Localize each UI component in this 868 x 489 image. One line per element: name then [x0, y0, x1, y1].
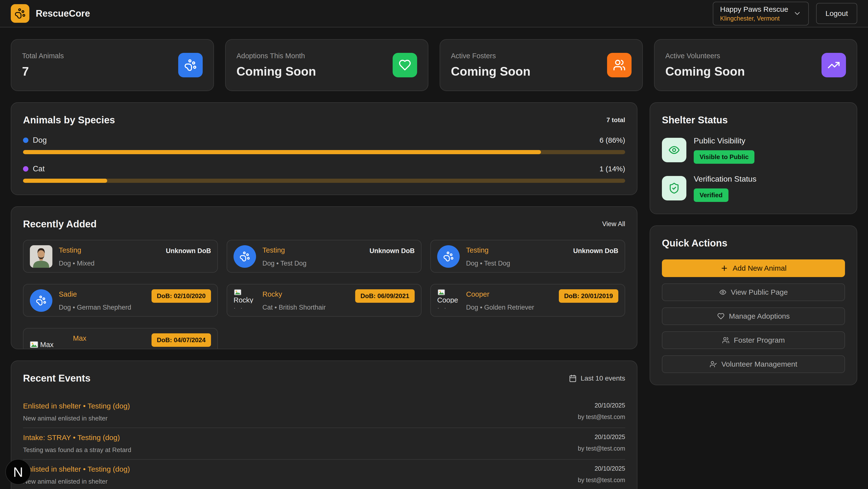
- logout-button[interactable]: Logout: [816, 3, 857, 24]
- organization-selector[interactable]: Happy Paws Rescue Klingchester, Vermont: [713, 2, 809, 26]
- species-label: Dog: [33, 136, 47, 145]
- species-row-dog: Dog 6 (86%): [23, 136, 625, 154]
- verified-badge: Verified: [694, 188, 728, 202]
- status-label: Verification Status: [694, 175, 756, 184]
- manage-adoptions-button[interactable]: Manage Adoptions: [662, 307, 845, 325]
- animals-by-species-card: Animals by Species 7 total Dog 6 (86%): [11, 102, 638, 195]
- recently-added-title: Recently Added: [23, 219, 97, 230]
- heart-icon: [717, 312, 724, 320]
- quick-actions-card: Quick Actions Add New Animal View Public…: [650, 225, 857, 385]
- cat-progress-bar: [23, 179, 625, 183]
- animal-name: Max: [73, 334, 142, 342]
- event-author: by test@test.com: [578, 414, 625, 421]
- animals-grid: Testing Dog • Mixed Unknown DoB Testing …: [23, 240, 625, 349]
- stat-value: Coming Soon: [237, 64, 316, 79]
- animal-name: Sadie: [59, 290, 142, 298]
- button-label: Add New Animal: [733, 264, 786, 272]
- event-description: New animal enlisted in shelter: [23, 478, 130, 485]
- species-label: Cat: [33, 164, 44, 173]
- species-title: Animals by Species: [23, 115, 115, 126]
- button-label: Volunteer Management: [721, 360, 797, 368]
- volunteer-management-button[interactable]: Volunteer Management: [662, 355, 845, 373]
- animal-card-max[interactable]: Max Max DoB: 04/07/2024: [23, 328, 218, 349]
- animal-name: Testing: [466, 246, 564, 254]
- animal-card-testing-1[interactable]: Testing Dog • Mixed Unknown DoB: [23, 240, 218, 273]
- animal-card-sadie[interactable]: Sadie Dog • German Shepherd DoB: 02/10/2…: [23, 284, 218, 317]
- animal-card-testing-3[interactable]: Testing Dog • Test Dog Unknown DoB: [430, 240, 625, 273]
- stat-label: Total Animals: [22, 52, 64, 60]
- status-item-visibility: Public Visibility Visible to Public: [662, 136, 845, 164]
- users-icon: [607, 53, 631, 77]
- user-check-icon: [710, 361, 717, 368]
- button-label: Manage Adoptions: [729, 312, 790, 320]
- stat-label: Active Fosters: [451, 52, 530, 60]
- add-new-animal-button[interactable]: Add New Animal: [662, 259, 845, 277]
- plus-icon: [720, 264, 728, 272]
- broken-image-icon: Rocky · ·: [234, 289, 256, 312]
- animal-detail: Dog • Test Dog: [466, 260, 564, 267]
- dog-progress-bar: [23, 150, 625, 154]
- animal-detail: Dog • German Shepherd: [59, 304, 142, 311]
- dog-legend-dot: [23, 137, 28, 143]
- view-public-page-button[interactable]: View Public Page: [662, 283, 845, 301]
- animal-card-cooper[interactable]: Coope · · Cooper Dog • Golden Retriever …: [430, 284, 625, 317]
- species-row-cat: Cat 1 (14%): [23, 164, 625, 183]
- button-label: View Public Page: [731, 288, 788, 296]
- animal-dob: Unknown DoB: [166, 247, 211, 255]
- paw-avatar-icon: [437, 245, 460, 268]
- status-label: Public Visibility: [694, 136, 754, 145]
- stat-value: Coming Soon: [665, 64, 745, 79]
- stat-card-fosters: Active Fosters Coming Soon: [440, 39, 643, 91]
- nextjs-dev-indicator[interactable]: N: [5, 459, 31, 485]
- cat-legend-dot: [23, 166, 28, 172]
- paw-print-icon: [178, 53, 203, 77]
- animal-dob-badge: DoB: 06/09/2021: [355, 289, 415, 303]
- animal-name: Rocky: [262, 290, 346, 298]
- species-value: 6 (86%): [599, 136, 625, 144]
- organization-name: Happy Paws Rescue: [720, 5, 788, 13]
- button-label: Foster Program: [734, 336, 785, 344]
- nextjs-logo-icon: N: [13, 464, 23, 480]
- event-row: Intake: STRAY • Testing (dog) Testing wa…: [23, 428, 625, 460]
- foster-program-button[interactable]: Foster Program: [662, 331, 845, 349]
- recently-added-card: Recently Added View All Testing Dog • Mi…: [11, 206, 638, 349]
- event-title: Enlisted in shelter • Testing (dog): [23, 465, 130, 473]
- image-alt-text: Max: [40, 341, 54, 349]
- stat-label: Adoptions This Month: [237, 52, 316, 60]
- animal-photo-avatar: [30, 245, 52, 268]
- event-date: 20/10/2025: [578, 402, 625, 409]
- shelter-status-title: Shelter Status: [662, 115, 845, 126]
- eye-icon: [719, 288, 726, 296]
- animal-card-rocky[interactable]: Rocky · · Rocky Cat • British Shorthair …: [227, 284, 422, 317]
- event-row: Enlisted in shelter • Testing (dog) New …: [23, 460, 625, 489]
- animal-name: Testing: [262, 246, 360, 254]
- stat-value: 7: [22, 64, 64, 79]
- stat-label: Active Volunteers: [665, 52, 745, 60]
- event-date: 20/10/2025: [578, 433, 625, 440]
- event-title: Enlisted in shelter • Testing (dog): [23, 402, 130, 410]
- right-sidebar: Shelter Status Public Visibility Visible…: [650, 102, 857, 385]
- stat-card-volunteers: Active Volunteers Coming Soon: [654, 39, 857, 91]
- heart-icon: [393, 53, 417, 77]
- trending-up-icon: [822, 53, 846, 77]
- recent-events-card: Recent Events Last 10 events Enlisted in…: [11, 361, 638, 489]
- calendar-icon: [569, 374, 577, 382]
- chevron-down-icon: [793, 9, 801, 18]
- status-item-verification: Verification Status Verified: [662, 175, 845, 202]
- animal-name: Cooper: [466, 290, 550, 298]
- users-icon: [722, 337, 730, 344]
- stat-value: Coming Soon: [451, 64, 530, 79]
- animal-dob-badge: DoB: 04/07/2024: [152, 333, 211, 347]
- animal-detail: Dog • Golden Retriever: [466, 304, 550, 311]
- stats-row: Total Animals 7 Adoptions This Month Com…: [11, 39, 857, 91]
- event-description: New animal enlisted in shelter: [23, 415, 130, 422]
- eye-icon: [662, 138, 686, 162]
- animal-card-testing-2[interactable]: Testing Dog • Test Dog Unknown DoB: [227, 240, 422, 273]
- animal-detail: Dog • Test Dog: [262, 260, 360, 267]
- alt-overflow-dots: · ·: [437, 304, 460, 312]
- app-title: RescueCore: [36, 8, 90, 19]
- event-author: by test@test.com: [578, 477, 625, 484]
- recent-events-title: Recent Events: [23, 373, 91, 384]
- view-all-link[interactable]: View All: [602, 220, 625, 228]
- species-total: 7 total: [606, 116, 625, 124]
